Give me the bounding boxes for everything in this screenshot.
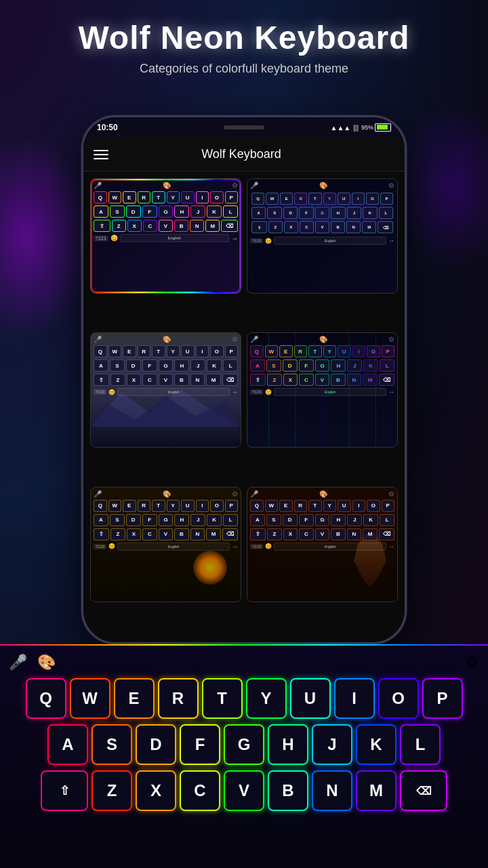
bg-glow-left — [0, 136, 95, 339]
key-h[interactable]: H — [268, 724, 308, 765]
key-q[interactable]: Q — [26, 678, 66, 719]
phone-frame: 10:50 ▲▲▲ ||| 95% — [81, 115, 407, 644]
key-v[interactable]: V — [224, 770, 264, 811]
key-i[interactable]: I — [334, 678, 375, 719]
key-j[interactable]: J — [312, 724, 352, 765]
status-bar: 10:50 ▲▲▲ ||| 95% — [83, 117, 405, 138]
keyboard-theme-4[interactable]: 🎤 🎨 ⚙ Q W E R T Y — [247, 332, 398, 448]
key-b[interactable]: B — [268, 770, 308, 811]
app-header-bar: Wolf Keyboard — [83, 138, 405, 172]
key-o[interactable]: O — [378, 678, 419, 719]
microphone-icon[interactable]: 🎤 — [9, 654, 27, 671]
key-x[interactable]: X — [136, 770, 176, 811]
key-z[interactable]: Z — [92, 770, 132, 811]
space-key-thumb2[interactable]: English — [274, 237, 386, 245]
battery-indicator: 95% — [361, 123, 391, 132]
key-g[interactable]: G — [224, 724, 264, 765]
key-m[interactable]: M — [356, 770, 396, 811]
key-t[interactable]: T — [202, 678, 243, 719]
keyboard-keys: Q W E R T Y U I O P A S D F G H J K L ⇧ … — [5, 678, 483, 811]
key-y[interactable]: Y — [246, 678, 287, 719]
keyboard-theme-3[interactable]: 🎤 🎨 ⚙ Q W E R T Y — [90, 332, 241, 448]
key-d[interactable]: D — [136, 724, 176, 765]
bg-glow-right — [393, 102, 488, 271]
keyboard-row-1: Q W E R T Y U I O P — [5, 678, 483, 719]
sticker-icon[interactable]: 🎨 — [37, 654, 56, 671]
shift-key[interactable]: ⇧ — [41, 770, 88, 811]
key-p[interactable]: P — [422, 678, 463, 719]
phone-mockup: 10:50 ▲▲▲ ||| 95% — [81, 115, 407, 644]
key-l[interactable]: L — [400, 724, 441, 765]
mic-small-icon: 🎤 — [94, 182, 102, 189]
sticker-small-icon: 🎨 — [163, 182, 171, 189]
key-k[interactable]: K — [356, 724, 396, 765]
keyboard-theme-6[interactable]: 🎤 🎨 ⚙ Q W E R T Y — [247, 487, 398, 602]
space-key-thumb5[interactable]: English — [117, 542, 230, 551]
header: Wolf Neon Keyboard Categories of colorfu… — [0, 0, 488, 83]
keyboard-theme-2[interactable]: 🎤 🎨 ⚙ Q W E R — [247, 178, 398, 294]
key-e[interactable]: E — [114, 678, 155, 719]
keyboard-left-icons: 🎤 🎨 — [9, 654, 56, 671]
key-f[interactable]: F — [180, 724, 220, 765]
status-icons: ▲▲▲ ||| 95% — [330, 123, 391, 132]
signal-icon: ||| — [353, 124, 359, 132]
keyboard-theme-1[interactable]: 🎤 🎨 ⚙ QWE RTY UIO P — [90, 178, 241, 294]
bottom-keyboard: 🎤 🎨 ⚙ Q W E R T Y U I O P A S D F G H J … — [0, 644, 488, 868]
space-key-thumb1[interactable]: English — [120, 234, 229, 242]
key-u[interactable]: U — [290, 678, 331, 719]
delete-key[interactable]: ⌫ — [400, 770, 447, 811]
wifi-icon: ▲▲▲ — [330, 124, 350, 132]
svg-marker-1 — [91, 396, 241, 427]
space-key-thumb3[interactable]: English — [117, 388, 230, 396]
app-subtitle: Categories of colorfull keyboard theme — [14, 62, 474, 76]
key-s[interactable]: S — [92, 724, 132, 765]
key-c[interactable]: C — [180, 770, 220, 811]
key-n[interactable]: N — [312, 770, 352, 811]
settings-small-icon: ⚙ — [232, 182, 238, 189]
app-header-title: Wolf Keyboard — [108, 147, 374, 161]
key-r[interactable]: R — [158, 678, 199, 719]
space-key-thumb4[interactable]: English — [274, 388, 386, 396]
keyboard-theme-5[interactable]: 🎤 🎨 ⚙ Q W E R T Y — [90, 487, 241, 602]
keyboard-row-2: A S D F G H J K L — [5, 724, 483, 765]
theme-1-keyboard: 🎤 🎨 ⚙ QWE RTY UIO P — [91, 179, 241, 293]
battery-icon — [375, 123, 391, 132]
keyboard-grid: 🎤 🎨 ⚙ QWE RTY UIO P — [83, 172, 405, 642]
settings-icon[interactable]: ⚙ — [466, 654, 479, 671]
app-content: Wolf Keyboard 🎤 🎨 ⚙ — [83, 138, 405, 642]
space-key-thumb6[interactable]: English — [274, 542, 386, 551]
keyboard-toolbar: 🎤 🎨 ⚙ — [5, 654, 483, 671]
key-a[interactable]: A — [47, 724, 88, 765]
keyboard-row-3: ⇧ Z X C V B N M ⌫ — [5, 770, 483, 811]
status-time: 10:50 — [97, 123, 118, 132]
phone-notch — [224, 125, 264, 130]
menu-button[interactable] — [94, 150, 108, 159]
key-w[interactable]: W — [70, 678, 110, 719]
app-title: Wolf Neon Keyboard — [14, 20, 474, 56]
